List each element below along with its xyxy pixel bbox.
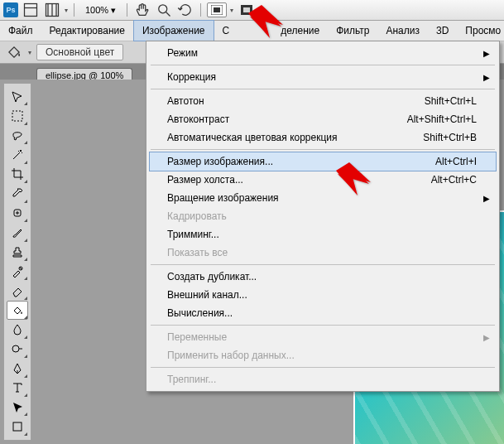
ps-logo-icon: Ps [3,2,18,17]
lasso-tool-icon[interactable] [7,126,28,145]
svg-rect-4 [214,7,220,12]
healing-tool-icon[interactable] [7,204,28,223]
svg-rect-7 [12,111,22,121]
menu-separator [151,367,495,368]
submenu-arrow-icon: ▶ [483,73,490,82]
menu-reveal-all: Показать все [149,244,497,262]
type-tool-icon[interactable] [7,379,28,398]
foreground-swatch-label[interactable]: Основной цвет [36,44,123,60]
bucket-tool-icon[interactable] [7,301,28,320]
submenu-arrow-icon: ▶ [483,333,490,342]
menu-trap: Треппинг... [149,370,497,388]
menu-file[interactable]: Файл [0,21,41,41]
zoom-level[interactable]: 100% ▾ [80,5,121,16]
menu-apply-image[interactable]: Внешний канал... [149,286,497,304]
menu-apply-data-set: Применить набор данных... [149,346,497,364]
menu-separator [151,149,495,150]
menu-variables: Переменные▶ [149,328,497,346]
menu-duplicate[interactable]: Создать дубликат... [149,268,497,286]
eraser-tool-icon[interactable] [7,281,28,300]
red-arrow-annotation-icon [333,162,372,202]
red-arrow-annotation-icon [245,5,285,45]
bucket-tool-indicator-icon[interactable] [5,44,23,60]
history-icon[interactable] [43,2,61,18]
submenu-arrow-icon: ▶ [483,194,490,203]
eyedropper-tool-icon[interactable] [7,184,28,203]
brush-tool-icon[interactable] [7,223,28,242]
menu-canvas-size[interactable]: Размер холста...Alt+Ctrl+C [149,171,497,189]
svg-point-2 [159,5,167,13]
menu-analysis[interactable]: Анализ [377,21,428,41]
menu-image-size[interactable]: Размер изображения...Alt+Ctrl+I [149,152,497,171]
menu-adjustments[interactable]: Коррекция▶ [149,68,497,86]
rotate-view-icon[interactable] [176,2,194,18]
dodge-tool-icon[interactable] [7,340,28,359]
menu-auto-tone[interactable]: АвтотонShift+Ctrl+L [149,92,497,110]
menu-auto-color[interactable]: Автоматическая цветовая коррекцияShift+C… [149,128,497,147]
menu-mode[interactable]: Режим▶ [149,44,497,62]
shape-tool-icon[interactable] [7,417,28,436]
svg-rect-0 [25,4,37,17]
bridge-icon[interactable] [22,2,40,18]
svg-rect-11 [13,422,22,431]
menu-separator [151,264,495,265]
path-select-tool-icon[interactable] [7,398,28,417]
menu-image[interactable]: Изображение [133,20,214,41]
menu-crop: Кадрировать [149,207,497,225]
menu-trim[interactable]: Тримминг... [149,225,497,244]
move-tool-icon[interactable] [7,87,28,106]
menu-image-rotation[interactable]: Вращение изображения▶ [149,189,497,207]
menu-filter[interactable]: Фильтр [328,21,377,41]
crop-tool-icon[interactable] [7,165,28,184]
screenmode-standard-icon[interactable] [207,2,227,17]
stamp-tool-icon[interactable] [7,243,28,262]
image-menu-dropdown: Режим▶ Коррекция▶ АвтотонShift+Ctrl+L Ав… [146,41,500,392]
history-brush-tool-icon[interactable] [7,262,28,281]
toolbox [3,83,31,441]
zoom-tool-icon[interactable] [155,2,173,18]
wand-tool-icon[interactable] [7,145,28,164]
menu-separator [151,89,495,89]
hand-tool-icon[interactable] [133,2,151,18]
swatch-label-text: Основной цвет [46,46,114,58]
menu-3d[interactable]: 3D [428,21,457,41]
svg-point-10 [12,345,19,352]
pen-tool-icon[interactable] [7,359,28,378]
menu-calculations[interactable]: Вычисления... [149,304,497,322]
menu-separator [151,325,495,326]
menu-view[interactable]: Просмо [457,21,504,41]
blur-tool-icon[interactable] [7,320,28,339]
submenu-arrow-icon: ▶ [483,49,490,58]
menu-auto-contrast[interactable]: АвтоконтрастAlt+Shift+Ctrl+L [149,110,497,128]
menu-separator [151,65,495,65]
menu-edit[interactable]: Редактирование [41,21,133,41]
marquee-tool-icon[interactable] [7,106,28,125]
